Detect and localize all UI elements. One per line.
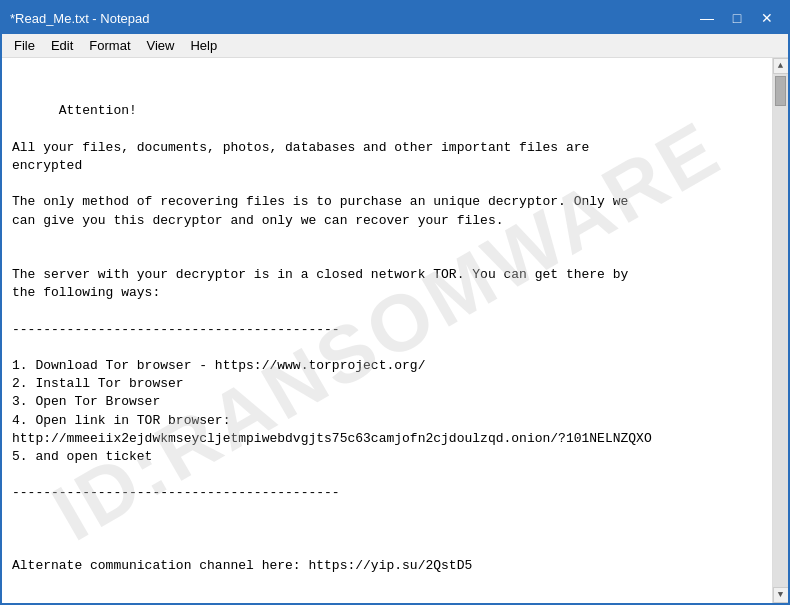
menu-view[interactable]: View [139, 36, 183, 55]
scroll-down-arrow[interactable]: ▼ [773, 587, 789, 603]
content-area: ID:RANSOMWARE Attention! All your files,… [2, 58, 788, 603]
maximize-button[interactable]: □ [724, 7, 750, 29]
menu-format[interactable]: Format [81, 36, 138, 55]
text-editor[interactable]: ID:RANSOMWARE Attention! All your files,… [2, 58, 772, 603]
document-text: Attention! All your files, documents, ph… [12, 103, 652, 573]
scroll-thumb[interactable] [775, 76, 786, 106]
menu-edit[interactable]: Edit [43, 36, 81, 55]
window-title: *Read_Me.txt - Notepad [10, 11, 149, 26]
scroll-track[interactable] [773, 74, 788, 587]
close-button[interactable]: ✕ [754, 7, 780, 29]
menu-help[interactable]: Help [182, 36, 225, 55]
window-controls: — □ ✕ [694, 7, 780, 29]
scrollbar: ▲ ▼ [772, 58, 788, 603]
notepad-window: *Read_Me.txt - Notepad — □ ✕ File Edit F… [0, 0, 790, 605]
title-bar: *Read_Me.txt - Notepad — □ ✕ [2, 2, 788, 34]
menu-bar: File Edit Format View Help [2, 34, 788, 58]
scroll-up-arrow[interactable]: ▲ [773, 58, 789, 74]
menu-file[interactable]: File [6, 36, 43, 55]
minimize-button[interactable]: — [694, 7, 720, 29]
